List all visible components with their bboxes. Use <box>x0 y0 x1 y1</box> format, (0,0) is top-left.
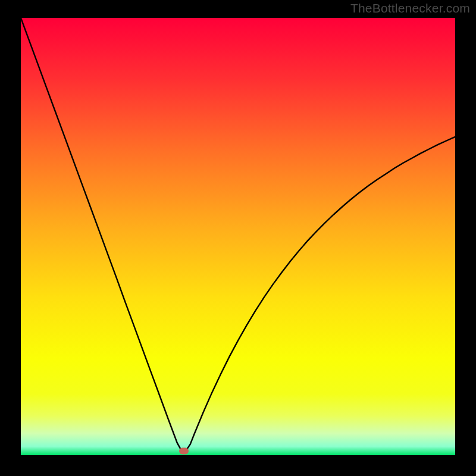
bottleneck-curve <box>21 18 455 455</box>
optimal-point-marker <box>179 447 189 454</box>
watermark-text: TheBottlenecker.com <box>350 1 470 15</box>
plot-area <box>21 18 455 455</box>
chart-frame: TheBottlenecker.com <box>0 0 476 476</box>
